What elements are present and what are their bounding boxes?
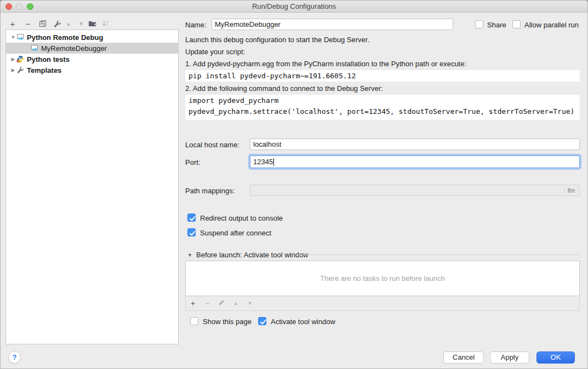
chevron-right-icon[interactable]: ▶ bbox=[10, 56, 16, 62]
before-launch-task-list[interactable]: There are no tasks to run before launch bbox=[185, 261, 580, 296]
text-cursor bbox=[273, 158, 274, 166]
activate-tool-window-checkbox[interactable] bbox=[258, 317, 266, 325]
edit-templates-icon[interactable] bbox=[52, 18, 62, 29]
tree-item-label: Templates bbox=[27, 66, 61, 74]
move-down-icon: ▼ bbox=[76, 18, 87, 29]
share-checkbox[interactable] bbox=[475, 20, 483, 28]
redirect-output-checkbox[interactable] bbox=[187, 214, 196, 222]
empty-tasks-message: There are no tasks to run before launch bbox=[320, 274, 445, 282]
settrace-code: import pydevd_pycharmpydevd_pycharm.sett… bbox=[185, 95, 580, 120]
intro-text: Launch this debug configuration to start… bbox=[185, 36, 369, 44]
allow-parallel-run-checkbox[interactable] bbox=[512, 20, 521, 28]
sort-alphabetically-icon: az bbox=[100, 18, 111, 29]
tree-item-templates[interactable]: ▶ Templates bbox=[6, 65, 178, 76]
window-title: Run/Debug Configurations bbox=[1, 1, 587, 13]
name-label: Name: bbox=[185, 21, 206, 29]
copy-configuration-icon[interactable] bbox=[37, 18, 48, 29]
remote-debug-icon bbox=[30, 44, 39, 52]
titlebar: Run/Debug Configurations bbox=[1, 1, 587, 13]
move-task-up-icon: ▲ bbox=[229, 301, 243, 306]
tree-item-python-remote-debug[interactable]: ▼ Python Remote Debug bbox=[6, 32, 178, 43]
remove-configuration-button[interactable]: − bbox=[22, 18, 33, 29]
svg-text:z: z bbox=[106, 24, 108, 27]
browse-button[interactable] bbox=[564, 186, 578, 194]
before-launch-header: Before launch: Activate tool window bbox=[196, 251, 309, 259]
redirect-output-label: Redirect output to console bbox=[200, 214, 283, 222]
run-debug-configurations-dialog: Run/Debug Configurations + − ▲ ▼ az ▼ Py… bbox=[0, 0, 588, 369]
apply-button[interactable]: Apply bbox=[490, 351, 529, 364]
before-launch-collapse-icon[interactable]: ▼ bbox=[187, 252, 192, 258]
remove-task-button: − bbox=[200, 299, 214, 308]
templates-wrench-icon bbox=[16, 66, 25, 74]
tree-item-label: Python tests bbox=[27, 55, 70, 64]
configurations-tree: ▼ Python Remote Debug MyRemoteDebugger ▶… bbox=[5, 30, 179, 344]
section-divider bbox=[298, 255, 580, 255]
suspend-after-connect-label: Suspend after connect bbox=[200, 229, 271, 237]
port-input[interactable]: 12345 bbox=[250, 155, 580, 168]
allow-parallel-run-label: Allow parallel run bbox=[524, 21, 579, 29]
create-folder-icon[interactable] bbox=[87, 18, 98, 29]
update-script-text: Update your script: bbox=[185, 48, 245, 56]
show-this-page-label: Show this page bbox=[203, 318, 252, 326]
ok-button[interactable]: OK bbox=[536, 351, 575, 364]
add-task-button[interactable]: + bbox=[186, 299, 200, 308]
edit-task-icon bbox=[214, 299, 229, 308]
tree-item-label: MyRemoteDebugger bbox=[41, 44, 107, 53]
add-configuration-button[interactable]: + bbox=[7, 18, 18, 29]
name-input[interactable] bbox=[212, 19, 453, 30]
local-host-name-label: Local host name: bbox=[185, 141, 239, 149]
move-task-down-icon: ▼ bbox=[243, 301, 257, 306]
task-list-toolbar: + − ▲ ▼ bbox=[185, 296, 580, 311]
local-host-name-input[interactable] bbox=[250, 139, 580, 150]
activate-tool-window-label: Activate tool window bbox=[271, 318, 335, 326]
suspend-after-connect-checkbox[interactable] bbox=[187, 228, 196, 237]
chevron-right-icon[interactable]: ▶ bbox=[10, 67, 16, 73]
pip-install-code: pip install pydevd-pycharm~=191.6605.12 bbox=[185, 70, 580, 82]
step2-text: 2. Add the following command to connect … bbox=[185, 84, 383, 93]
cancel-button[interactable]: Cancel bbox=[443, 351, 484, 364]
share-label: Share bbox=[487, 21, 506, 29]
port-label: Port: bbox=[185, 158, 200, 166]
path-mappings-input[interactable] bbox=[250, 184, 580, 196]
path-mappings-label: Path mappings: bbox=[185, 187, 235, 195]
help-button[interactable]: ? bbox=[8, 351, 21, 364]
tree-item-label: Python Remote Debug bbox=[27, 33, 103, 42]
chevron-down-icon[interactable]: ▼ bbox=[10, 34, 16, 40]
tree-item-python-tests[interactable]: ▶ Python tests bbox=[6, 54, 178, 65]
move-up-icon: ▲ bbox=[63, 18, 74, 29]
step1-text: 1. Add pydevd-pycharm.egg from the PyCha… bbox=[185, 60, 466, 68]
tree-item-myremotedebugger[interactable]: MyRemoteDebugger bbox=[6, 43, 178, 54]
python-tests-icon bbox=[16, 55, 25, 63]
folder-icon bbox=[567, 187, 576, 194]
show-this-page-checkbox[interactable] bbox=[190, 317, 198, 325]
remote-debug-icon bbox=[16, 33, 25, 41]
